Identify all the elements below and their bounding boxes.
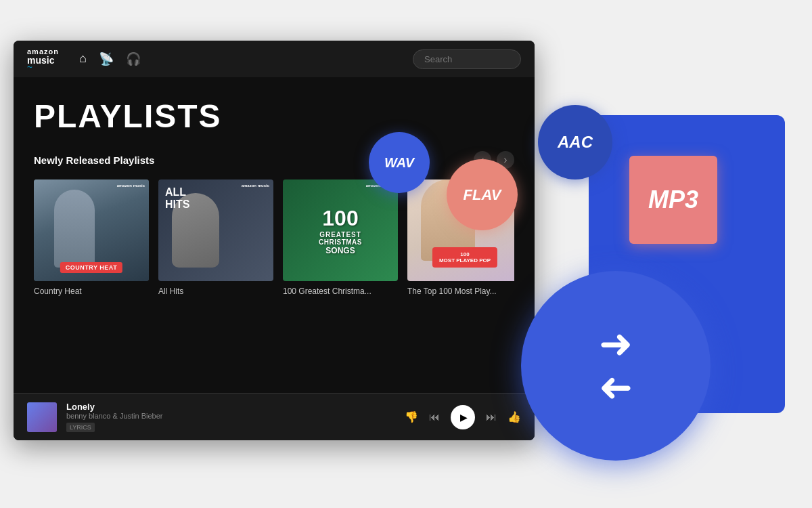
- convert-circle[interactable]: ➜ ➜: [521, 271, 710, 461]
- card-image-country-heat: amazon music COUNTRY HEAT: [34, 179, 149, 281]
- home-icon[interactable]: ⌂: [79, 51, 87, 66]
- amazon-badge-2: amazon music: [242, 184, 269, 188]
- amazon-music-window: amazon music 〜 ⌂ 📡 🎧 PLAYLISTS Newly Rel…: [14, 41, 535, 440]
- headphones-icon[interactable]: 🎧: [126, 51, 141, 66]
- mp3-format-square[interactable]: MP3: [629, 156, 717, 244]
- playlist-cards-container: amazon music COUNTRY HEAT Country Heat a…: [34, 179, 514, 296]
- flav-label: FLAV: [464, 186, 501, 204]
- aac-format-bubble[interactable]: AAC: [538, 105, 612, 179]
- amazon-music-logo: amazon music 〜: [27, 48, 59, 70]
- now-playing-artist: benny blanco & Justin Bieber: [66, 412, 395, 420]
- arrow-left-icon: ➜: [599, 367, 633, 408]
- dislike-button[interactable]: 👎: [405, 410, 418, 423]
- aac-label: AAC: [558, 133, 593, 152]
- wav-format-bubble[interactable]: WAV: [369, 132, 430, 193]
- wav-label: WAV: [384, 155, 414, 171]
- player-controls: 👎 ⏮ ▶ ⏭ 👍: [405, 405, 521, 429]
- logo-smile: 〜: [27, 65, 59, 70]
- card-title-top100: The Top 100 Most Play...: [407, 287, 514, 296]
- like-button[interactable]: 👍: [508, 410, 521, 423]
- allhits-label: ALLHITS: [165, 186, 189, 210]
- card-title-all-hits: All Hits: [158, 287, 273, 296]
- podcast-icon[interactable]: 📡: [99, 51, 114, 66]
- playlist-card-christmas[interactable]: amazon music 100 GREATEST CHRISTMAS SONG…: [283, 179, 398, 296]
- playlist-card-country-heat[interactable]: amazon music COUNTRY HEAT Country Heat: [34, 179, 149, 296]
- play-button[interactable]: ▶: [451, 405, 475, 429]
- nav-icons: ⌂ 📡 🎧: [79, 51, 141, 66]
- search-input[interactable]: [413, 49, 521, 69]
- now-playing-thumbnail: [27, 402, 57, 432]
- christmas-label: 100 GREATEST CHRISTMAS SONGS: [319, 206, 362, 255]
- section-header: Newly Released Playlists ‹ ›: [34, 151, 514, 169]
- page-title: PLAYLISTS: [34, 98, 514, 135]
- card-image-christmas: amazon music 100 GREATEST CHRISTMAS SONG…: [283, 179, 398, 281]
- next-button[interactable]: ⏭: [486, 411, 497, 423]
- top100-label: 100MOST PLAYED POP: [432, 247, 497, 268]
- amazon-badge-1: amazon music: [117, 184, 145, 188]
- app-header: amazon music 〜 ⌂ 📡 🎧: [14, 41, 535, 77]
- card-title-christmas: 100 Greatest Christma...: [283, 287, 398, 296]
- lyrics-badge[interactable]: LYRICS: [66, 423, 95, 432]
- flav-format-bubble[interactable]: FLAV: [447, 159, 518, 230]
- logo-amazon-text: amazon: [27, 48, 59, 56]
- card-image-all-hits: amazon music ALLHITS: [158, 179, 273, 281]
- mp3-label: MP3: [648, 186, 698, 214]
- previous-button[interactable]: ⏮: [429, 411, 440, 423]
- playlist-card-all-hits[interactable]: amazon music ALLHITS All Hits: [158, 179, 273, 296]
- now-playing-bar: Lonely benny blanco & Justin Bieber LYRI…: [14, 393, 535, 440]
- now-playing-info: Lonely benny blanco & Justin Bieber LYRI…: [66, 402, 395, 432]
- logo-music-text: music: [27, 56, 59, 65]
- now-playing-title: Lonely: [66, 402, 395, 412]
- arrow-right-icon: ➜: [599, 324, 633, 364]
- play-icon: ▶: [460, 412, 468, 423]
- country-heat-label: COUNTRY HEAT: [60, 262, 122, 273]
- section-title: Newly Released Playlists: [34, 154, 154, 166]
- card-title-country-heat: Country Heat: [34, 287, 149, 296]
